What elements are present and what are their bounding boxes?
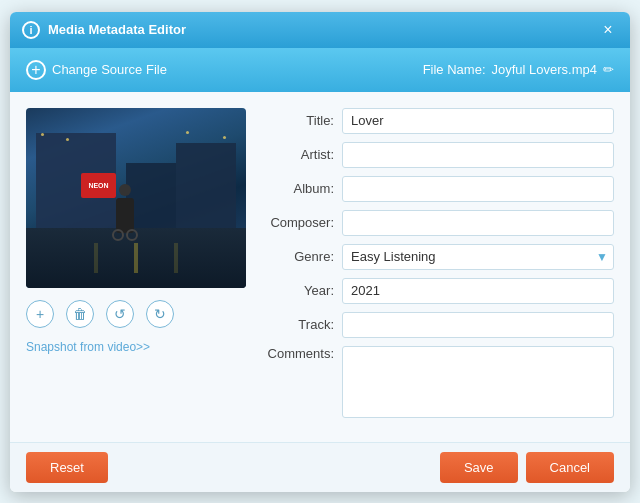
- wheel-2: [126, 229, 138, 241]
- cancel-button[interactable]: Cancel: [526, 452, 614, 483]
- composer-row: Composer:: [262, 210, 614, 236]
- change-source-button[interactable]: + Change Source File: [26, 60, 167, 80]
- year-label: Year:: [262, 283, 334, 298]
- add-image-button[interactable]: +: [26, 300, 54, 328]
- file-name-value: Joyful Lovers.mp4: [492, 62, 598, 77]
- track-input[interactable]: [342, 312, 614, 338]
- track-label: Track:: [262, 317, 334, 332]
- comments-input[interactable]: [342, 346, 614, 418]
- comments-row: Comments:: [262, 346, 614, 418]
- file-name-label: File Name:: [423, 62, 486, 77]
- artist-row: Artist:: [262, 142, 614, 168]
- cover-art-container: NEON: [26, 108, 246, 288]
- title-label: Title:: [262, 113, 334, 128]
- rotate-right-button[interactable]: ↻: [146, 300, 174, 328]
- media-metadata-dialog: i Media Metadata Editor × + Change Sourc…: [10, 12, 630, 492]
- right-panel: Title: Artist: Album: Composer: Genre: E…: [262, 108, 614, 426]
- content-area: NEON: [10, 92, 630, 442]
- composer-input[interactable]: [342, 210, 614, 236]
- artist-label: Artist:: [262, 147, 334, 162]
- change-source-label: Change Source File: [52, 62, 167, 77]
- left-panel: NEON: [26, 108, 246, 426]
- save-button[interactable]: Save: [440, 452, 518, 483]
- genre-row: Genre: Easy Listening Pop Rock Jazz Clas…: [262, 244, 614, 270]
- title-bar: i Media Metadata Editor ×: [10, 12, 630, 48]
- artist-input[interactable]: [342, 142, 614, 168]
- info-icon: i: [22, 21, 40, 39]
- genre-label: Genre:: [262, 249, 334, 264]
- comments-label: Comments:: [262, 346, 334, 361]
- track-row: Track:: [262, 312, 614, 338]
- album-input[interactable]: [342, 176, 614, 202]
- light-4: [223, 136, 226, 139]
- light-3: [186, 131, 189, 134]
- delete-image-button[interactable]: 🗑: [66, 300, 94, 328]
- wheel-1: [112, 229, 124, 241]
- album-row: Album:: [262, 176, 614, 202]
- year-input[interactable]: [342, 278, 614, 304]
- add-circle-icon: +: [26, 60, 46, 80]
- snapshot-link[interactable]: Snapshot from video>>: [26, 340, 246, 354]
- year-row: Year:: [262, 278, 614, 304]
- ambient-lights: [26, 128, 246, 158]
- figure-body: [116, 198, 134, 233]
- light-1: [41, 133, 44, 136]
- composer-label: Composer:: [262, 215, 334, 230]
- close-button[interactable]: ×: [598, 20, 618, 40]
- title-row: Title:: [262, 108, 614, 134]
- neon-sign: NEON: [81, 173, 116, 198]
- edit-icon[interactable]: ✏: [603, 62, 614, 77]
- genre-wrapper: Easy Listening Pop Rock Jazz Classical E…: [342, 244, 614, 270]
- file-name-section: File Name: Joyful Lovers.mp4 ✏: [423, 62, 614, 77]
- figure-head: [119, 184, 131, 196]
- footer: Reset Save Cancel: [10, 442, 630, 492]
- figure: [116, 198, 134, 233]
- title-input[interactable]: [342, 108, 614, 134]
- cover-art-image: NEON: [26, 108, 246, 288]
- rotate-left-button[interactable]: ↺: [106, 300, 134, 328]
- toolbar: + Change Source File File Name: Joyful L…: [10, 48, 630, 92]
- light-2: [66, 138, 69, 141]
- image-toolbar: + 🗑 ↺ ↻: [26, 296, 246, 332]
- genre-select[interactable]: Easy Listening Pop Rock Jazz Classical E…: [342, 244, 614, 270]
- dialog-title: Media Metadata Editor: [48, 22, 598, 37]
- reset-button[interactable]: Reset: [26, 452, 108, 483]
- album-label: Album:: [262, 181, 334, 196]
